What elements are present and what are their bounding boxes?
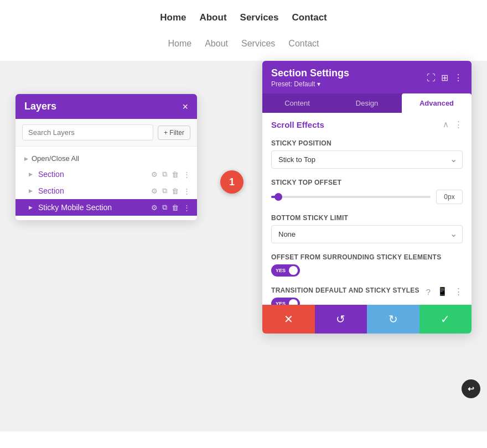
sticky-top-offset-label: Sticky Top Offset [271, 179, 463, 186]
redo-button[interactable]: ↻ [367, 305, 419, 334]
open-close-all[interactable]: Open/Close All [15, 151, 197, 166]
divi-icon[interactable]: ↩ [462, 379, 480, 398]
divi-logo: ↩ [468, 384, 474, 393]
bottom-sticky-limit-wrapper: None Section Row [271, 225, 463, 243]
layer-arrow-icon-3: ▶ [29, 205, 33, 210]
transition-styles-label: Transition Default and Sticky Styles [271, 286, 421, 294]
columns-icon[interactable]: ⊞ [441, 72, 448, 83]
settings-icon-3[interactable]: ⚙ [151, 204, 158, 212]
layers-search-row: + Filter [15, 119, 197, 147]
delete-icon-2[interactable]: 🗑 [172, 187, 179, 195]
settings-body: Scroll Effects ∧ ⋮ Sticky Position Stick… [262, 113, 472, 334]
offset-surrounding-label: Offset From Surrounding Sticky Elements [271, 253, 463, 261]
nav-about-2[interactable]: About [205, 37, 228, 51]
help-icon[interactable]: ? [426, 287, 431, 296]
more-icon-2[interactable]: ⋮ [183, 187, 190, 195]
tab-content[interactable]: Content [262, 93, 332, 113]
cancel-button[interactable]: ✕ [262, 305, 315, 334]
settings-icon-2[interactable]: ⚙ [151, 187, 158, 195]
layer-arrow-icon-2: ▶ [29, 188, 33, 194]
layer-arrow-icon: ▶ [29, 171, 33, 177]
scroll-effects-group: Scroll Effects ∧ ⋮ Sticky Position Stick… [262, 113, 472, 334]
more-icon[interactable]: ⋮ [183, 170, 190, 179]
sticky-position-label: Sticky Position [271, 139, 463, 147]
layer-item-section-2[interactable]: ▶ Section ⚙ ⧉ 🗑 ⋮ [15, 183, 197, 199]
sticky-position-field: Sticky Position Stick to Top None Stick … [262, 136, 472, 175]
delete-icon[interactable]: 🗑 [172, 170, 179, 179]
layer-name-2: Section [38, 186, 148, 195]
layers-body: Open/Close All ▶ Section ⚙ ⧉ 🗑 ⋮ ▶ Secti… [15, 147, 197, 220]
nav-about[interactable]: About [199, 10, 226, 25]
scroll-more-icon[interactable]: ⋮ [454, 119, 463, 129]
copy-icon-3[interactable]: ⧉ [162, 203, 167, 212]
settings-title-group: Section Settings Preset: Default ▾ [271, 67, 349, 88]
layer-name-3: Sticky Mobile Section [38, 203, 148, 212]
cancel-icon: ✕ [284, 312, 293, 326]
layers-panel: Layers × + Filter Open/Close All ▶ Secti… [15, 94, 197, 220]
device-icon[interactable]: 📱 [437, 286, 448, 296]
save-icon: ✓ [441, 312, 450, 326]
nav-area: Home About Services Contact Home About S… [0, 0, 487, 56]
offset-toggle[interactable]: YES [271, 264, 300, 277]
filter-button[interactable]: + Filter [158, 126, 190, 140]
copy-icon-2[interactable]: ⧉ [162, 186, 167, 195]
transition-field-icons: ? 📱 ⋮ [426, 286, 463, 296]
nav-home-2[interactable]: Home [168, 37, 192, 51]
sticky-position-select-wrapper: Stick to Top None Stick to Bottom [271, 150, 463, 169]
bottom-sticky-limit-select[interactable]: None Section Row [271, 225, 463, 243]
layer-item-sticky-mobile[interactable]: ▶ Sticky Mobile Section ⚙ ⧉ 🗑 ⋮ [15, 199, 197, 216]
more-icon-3[interactable]: ⋮ [183, 204, 190, 212]
transition-more-icon[interactable]: ⋮ [454, 286, 463, 296]
bottom-sticky-limit-field: Bottom Sticky Limit None Section Row [262, 211, 472, 250]
toggle-row-offset: YES [271, 264, 463, 277]
settings-title: Section Settings [271, 67, 349, 79]
more-options-icon[interactable]: ⋮ [454, 72, 463, 83]
fullscreen-icon[interactable]: ⛶ [427, 73, 436, 83]
sticky-position-select[interactable]: Stick to Top None Stick to Bottom [271, 150, 463, 169]
settings-icon[interactable]: ⚙ [151, 170, 158, 179]
delete-icon-3[interactable]: 🗑 [172, 204, 179, 212]
secondary-nav: Home About Services Contact [168, 31, 319, 56]
offset-toggle-knob [289, 266, 298, 275]
settings-tabs: Content Design Advanced [262, 93, 472, 113]
nav-contact[interactable]: Contact [292, 10, 327, 25]
layer-icons-3: ⚙ ⧉ 🗑 ⋮ [151, 203, 190, 212]
primary-nav: Home About Services Contact [160, 4, 327, 31]
nav-services[interactable]: Services [240, 10, 279, 25]
redo-icon: ↻ [388, 312, 398, 326]
offset-surrounding-field: Offset From Surrounding Sticky Elements … [262, 250, 472, 283]
slider-thumb[interactable] [274, 193, 282, 201]
bottom-toolbar: ✕ ↺ ↻ ✓ [262, 305, 472, 334]
step-badge: 1 [220, 170, 244, 194]
nav-contact-2[interactable]: Contact [288, 37, 319, 51]
layer-name: Section [38, 170, 148, 179]
undo-button[interactable]: ↺ [315, 305, 367, 334]
save-button[interactable]: ✓ [419, 305, 472, 334]
offset-toggle-label: YES [273, 268, 288, 273]
settings-header: Section Settings Preset: Default ▾ ⛶ ⊞ ⋮ [262, 61, 472, 93]
sticky-top-offset-field: Sticky Top Offset 0px [262, 175, 472, 211]
settings-panel: Section Settings Preset: Default ▾ ⛶ ⊞ ⋮… [262, 61, 472, 334]
bottom-sticky-limit-label: Bottom Sticky Limit [271, 214, 463, 222]
collapse-icon[interactable]: ∧ [443, 119, 449, 129]
scroll-effects-header: Scroll Effects ∧ ⋮ [262, 113, 472, 136]
layer-item-section-1[interactable]: ▶ Section ⚙ ⧉ 🗑 ⋮ [15, 166, 197, 183]
main-content: Layers × + Filter Open/Close All ▶ Secti… [0, 61, 487, 431]
nav-services-2[interactable]: Services [241, 37, 275, 51]
layers-close-button[interactable]: × [182, 102, 188, 112]
copy-icon[interactable]: ⧉ [162, 170, 167, 179]
settings-preset[interactable]: Preset: Default ▾ [271, 80, 349, 88]
scroll-effects-icons: ∧ ⋮ [443, 119, 463, 129]
slider-value: 0px [436, 190, 463, 204]
layers-title: Layers [24, 101, 56, 112]
nav-home[interactable]: Home [160, 10, 186, 25]
layers-search-input[interactable] [22, 124, 153, 140]
layers-header: Layers × [15, 94, 197, 119]
undo-icon: ↺ [336, 312, 345, 326]
settings-header-icons: ⛶ ⊞ ⋮ [427, 72, 463, 83]
tab-advanced[interactable]: Advanced [402, 93, 472, 113]
tab-design[interactable]: Design [332, 93, 402, 113]
slider-track[interactable] [271, 196, 431, 198]
slider-row: 0px [271, 190, 463, 204]
layer-icons-2: ⚙ ⧉ 🗑 ⋮ [151, 186, 190, 195]
